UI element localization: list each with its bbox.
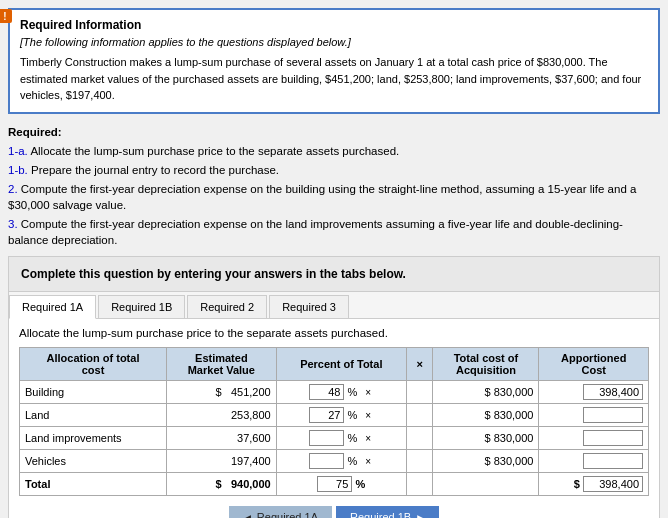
row-total-cost-building: $ 830,000 bbox=[433, 381, 539, 404]
row-percent-total: % bbox=[276, 473, 406, 496]
row-apportioned-vehicles bbox=[539, 450, 649, 473]
row-apportioned-land bbox=[539, 404, 649, 427]
tab-required-3[interactable]: Required 3 bbox=[269, 295, 349, 318]
tab-instruction: Allocate the lump-sum purchase price to … bbox=[19, 327, 649, 339]
row-times-land bbox=[406, 404, 433, 427]
next-arrow-icon: ► bbox=[415, 512, 425, 518]
row-label-vehicles: Vehicles bbox=[20, 450, 167, 473]
apportioned-input-total[interactable] bbox=[583, 476, 643, 492]
col-header-allocation: Allocation of totalcost bbox=[20, 348, 167, 381]
row-percent-land-improvements: % × bbox=[276, 427, 406, 450]
next-button[interactable]: Required 1B ► bbox=[336, 506, 439, 518]
row-market-total: $ 940,000 bbox=[167, 473, 277, 496]
tab-required-1b[interactable]: Required 1B bbox=[98, 295, 185, 318]
row-times-total bbox=[406, 473, 433, 496]
col-header-percent: Percent of Total bbox=[276, 348, 406, 381]
apportioned-input-land[interactable] bbox=[583, 407, 643, 423]
row-percent-building: % × bbox=[276, 381, 406, 404]
row-total-cost-land: $ 830,000 bbox=[433, 404, 539, 427]
table-row: Land 253,800 % × $ 830,000 bbox=[20, 404, 649, 427]
apportioned-input-land-improvements[interactable] bbox=[583, 430, 643, 446]
table-row: Land improvements 37,600 % × $ 830,000 bbox=[20, 427, 649, 450]
prev-arrow-icon: ◄ bbox=[243, 512, 253, 518]
nav-buttons: ◄ Required 1A Required 1B ► bbox=[19, 506, 649, 518]
table-row: Building $ 451,200 % × $ 830,000 bbox=[20, 381, 649, 404]
required-info-italic: [The following information applies to th… bbox=[20, 36, 648, 48]
required-info-body: Timberly Construction makes a lump-sum p… bbox=[20, 54, 648, 104]
percent-input-land[interactable] bbox=[309, 407, 344, 423]
req-item-3: 3. Compute the first-year depreciation e… bbox=[8, 216, 660, 248]
row-market-vehicles: 197,400 bbox=[167, 450, 277, 473]
row-percent-land: % × bbox=[276, 404, 406, 427]
complete-box: Complete this question by entering your … bbox=[8, 256, 660, 292]
required-info-box: Required Information [The following info… bbox=[8, 8, 660, 114]
percent-input-land-improvements[interactable] bbox=[309, 430, 344, 446]
col-header-total-cost: Total cost ofAcquisition bbox=[433, 348, 539, 381]
tab-required-1a[interactable]: Required 1A bbox=[9, 295, 96, 319]
row-total-cost-land-improvements: $ 830,000 bbox=[433, 427, 539, 450]
table-row: Vehicles 197,400 % × $ 830,000 bbox=[20, 450, 649, 473]
percent-input-building[interactable] bbox=[309, 384, 344, 400]
row-label-building: Building bbox=[20, 381, 167, 404]
tabs-row: Required 1A Required 1B Required 2 Requi… bbox=[9, 292, 659, 319]
required-section: Required: 1-a. Allocate the lump-sum pur… bbox=[8, 124, 660, 249]
row-label-land-improvements: Land improvements bbox=[20, 427, 167, 450]
col-header-times: × bbox=[406, 348, 433, 381]
apportioned-input-building[interactable] bbox=[583, 384, 643, 400]
row-total-cost-vehicles: $ 830,000 bbox=[433, 450, 539, 473]
req-item-1b: 1-b. Prepare the journal entry to record… bbox=[8, 162, 660, 178]
percent-input-vehicles[interactable] bbox=[309, 453, 344, 469]
required-info-title: Required Information bbox=[20, 18, 648, 32]
percent-input-total[interactable] bbox=[317, 476, 352, 492]
tabs-container: Required 1A Required 1B Required 2 Requi… bbox=[8, 292, 660, 518]
req-item-2: 2. Compute the first-year depreciation e… bbox=[8, 181, 660, 213]
row-label-total: Total bbox=[20, 473, 167, 496]
row-percent-vehicles: % × bbox=[276, 450, 406, 473]
row-apportioned-total: $ bbox=[539, 473, 649, 496]
row-times-building bbox=[406, 381, 433, 404]
row-market-land: 253,800 bbox=[167, 404, 277, 427]
col-header-market-value: EstimatedMarket Value bbox=[167, 348, 277, 381]
row-market-building: $ 451,200 bbox=[167, 381, 277, 404]
required-label: Required: bbox=[8, 126, 62, 138]
row-times-land-improvements bbox=[406, 427, 433, 450]
prev-button[interactable]: ◄ Required 1A bbox=[229, 506, 332, 518]
row-times-vehicles bbox=[406, 450, 433, 473]
table-row-total: Total $ 940,000 % $ bbox=[20, 473, 649, 496]
row-apportioned-land-improvements bbox=[539, 427, 649, 450]
row-market-land-improvements: 37,600 bbox=[167, 427, 277, 450]
row-apportioned-building bbox=[539, 381, 649, 404]
tab-required-2[interactable]: Required 2 bbox=[187, 295, 267, 318]
row-label-land: Land bbox=[20, 404, 167, 427]
complete-box-text: Complete this question by entering your … bbox=[21, 267, 406, 281]
next-button-label: Required 1B bbox=[350, 511, 411, 518]
col-header-apportioned: ApportionedCost bbox=[539, 348, 649, 381]
req-item-1a: 1-a. Allocate the lump-sum purchase pric… bbox=[8, 143, 660, 159]
tab-content: Allocate the lump-sum purchase price to … bbox=[9, 319, 659, 518]
prev-button-label: Required 1A bbox=[257, 511, 318, 518]
row-total-cost-total bbox=[433, 473, 539, 496]
apportioned-input-vehicles[interactable] bbox=[583, 453, 643, 469]
allocation-table: Allocation of totalcost EstimatedMarket … bbox=[19, 347, 649, 496]
